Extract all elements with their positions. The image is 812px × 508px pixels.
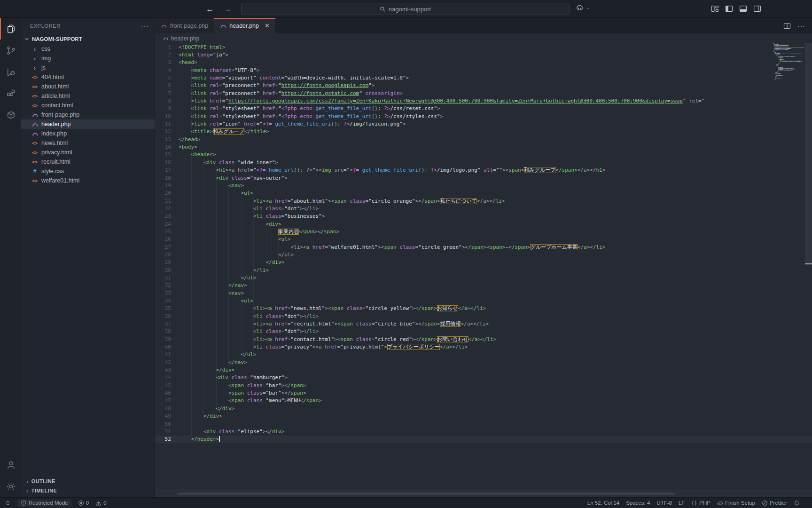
status-restricted-mode[interactable]: Restricted Mode [17,500,71,507]
status-spaces-4[interactable]: Spaces: 4 [626,500,650,506]
code-line-15[interactable]: 15 <header> [155,151,812,159]
toggle-panel-icon[interactable] [739,5,747,13]
status-ln-52-col-14[interactable]: Ln 52, Col 14 [587,500,619,506]
code-line-5[interactable]: 5 <meta name="viewport" content="width=d… [155,74,812,81]
code-line-12[interactable]: 12 <title>和みグループ</title> [155,128,812,135]
code-editor[interactable]: 1<!DOCTYPE html>2<html lang="ja">3<head>… [155,43,812,497]
code-line-29[interactable]: 29 </div> [155,259,812,266]
activity-package[interactable] [0,104,21,126]
code-line-20[interactable]: 20 <ul> [155,190,812,197]
status-utf-8[interactable]: UTF-8 [656,500,672,506]
status-lf[interactable]: LF [679,500,685,506]
code-line-50[interactable]: 50 [155,420,812,428]
editor-more-icon[interactable]: ··· [797,22,805,30]
file-item-js[interactable]: ›js [21,63,155,72]
code-line-37[interactable]: 37 <li><a href="recruit.html"><span clas… [155,320,812,327]
code-line-25[interactable]: 25 事業内容<span></span> [155,228,812,235]
code-line-21[interactable]: 21 <li><a href="about.html"><span class=… [155,197,812,205]
code-line-23[interactable]: 23 <li class="businesses"> [155,213,812,220]
file-item-img[interactable]: ›img [21,54,155,63]
code-line-40[interactable]: 40 <li class="privacy"><a href="privacy.… [155,343,812,350]
split-editor-icon[interactable] [783,22,791,30]
code-line-19[interactable]: 19 <nav> [155,182,812,189]
status-php[interactable]: PHP [691,500,710,506]
code-line-4[interactable]: 4 <meta charset="UTF-8"> [155,66,812,74]
code-line-30[interactable]: 30 </li> [155,266,812,274]
minimap[interactable] [773,43,804,127]
file-item-404.html[interactable]: <>404.html [21,72,155,82]
code-line-42[interactable]: 42 </nav> [155,358,812,366]
code-line-39[interactable]: 39 <li><a href="contact.html"><span clas… [155,335,812,343]
code-line-51[interactable]: 51 <div class="elipse"></div> [155,428,812,435]
file-item-index.php[interactable]: index.php [21,129,155,138]
file-item-welfare01.html[interactable]: <>welfare01.html [21,176,155,185]
forward-arrow-icon[interactable]: → [224,5,232,13]
toggle-secondary-sidebar-icon[interactable] [753,5,761,13]
activity-explorer[interactable] [0,18,21,40]
vertical-scrollbar[interactable] [805,43,812,265]
close-icon[interactable]: ✕ [265,22,270,29]
file-item-contact.html[interactable]: <>contact.html [21,101,155,110]
outline-section[interactable]: › OUTLINE [21,476,155,486]
code-line-9[interactable]: 9 <link rel="stylesheet" href="<?php ech… [155,105,812,112]
timeline-section[interactable]: › TIMELINE [21,486,155,495]
code-line-34[interactable]: 34 <ul> [155,297,812,304]
code-line-52[interactable]: 52 </header> [155,436,812,443]
code-line-45[interactable]: 45 <span class="bar"></span> [155,381,812,389]
file-item-css[interactable]: ›css [21,44,155,54]
code-line-24[interactable]: 24 <div> [155,220,812,228]
code-line-46[interactable]: 46 <span class="bar"></span> [155,389,812,397]
code-line-28[interactable]: 28 </ul> [155,251,812,258]
code-line-27[interactable]: 27 <li><a href="welfare01.html"><span cl… [155,243,812,251]
file-item-privacy.html[interactable]: <>privacy.html [21,148,155,157]
code-line-2[interactable]: 2<html lang="ja"> [155,51,812,58]
code-line-35[interactable]: 35 <li><a href="news.html"><span class="… [155,305,812,312]
code-line-22[interactable]: 22 <li class="dot"></li> [155,205,812,212]
code-line-17[interactable]: 17 <h1><a href="<?= home_url(); ?>"><img… [155,167,812,174]
back-arrow-icon[interactable]: ← [206,5,214,13]
code-line-32[interactable]: 32 </nav> [155,282,812,289]
code-line-6[interactable]: 6 <link rel="preconnect" href="https://f… [155,82,812,89]
horizontal-scrollbar[interactable] [178,492,675,495]
code-line-13[interactable]: 13</head> [155,135,812,143]
status-0[interactable]: 0 [78,500,89,506]
code-line-31[interactable]: 31 </ul> [155,274,812,281]
file-item-front-page.php[interactable]: front-page.php [21,110,155,119]
code-line-47[interactable]: 47 <span class="menu">MENU</span> [155,397,812,405]
code-line-16[interactable]: 16 <div class="wide-inner"> [155,159,812,166]
code-line-7[interactable]: 7 <link rel="preconnect" href="https://f… [155,89,812,97]
activity-settings[interactable] [0,476,21,497]
code-line-8[interactable]: 8 <link href="https://fonts.googleapis.c… [155,97,812,104]
code-line-18[interactable]: 18 <div class="nav-outer"> [155,174,812,182]
toggle-sidebar-icon[interactable] [725,5,733,13]
file-item-header.php[interactable]: header.php [21,119,155,129]
code-line-43[interactable]: 43 </div> [155,366,812,373]
copilot-menu[interactable] [575,4,590,13]
file-item-about.html[interactable]: <>about.html [21,82,155,91]
status-bell-icon[interactable] [794,500,800,506]
activity-source-control[interactable] [0,40,21,61]
code-line-3[interactable]: 3<head> [155,59,812,66]
tab-front-page.php[interactable]: front-page.php [155,18,214,33]
code-line-38[interactable]: 38 <li class="dot"></li> [155,328,812,335]
status-remote-icon[interactable] [5,500,11,506]
tab-header.php[interactable]: header.php✕ [214,18,275,33]
code-line-14[interactable]: 14<body> [155,143,812,151]
file-item-style.css[interactable]: #style.css [21,167,155,176]
code-line-48[interactable]: 48 </div> [155,405,812,412]
code-line-26[interactable]: 26 <ul> [155,236,812,243]
file-item-news.html[interactable]: <>news.html [21,138,155,148]
status-finish-setup[interactable]: Finish Setup [717,500,755,506]
code-line-44[interactable]: 44 <div class="hamburger"> [155,374,812,381]
explorer-more-icon[interactable]: ··· [141,22,149,30]
project-root[interactable]: NAGOMI-SUPPORT [21,34,155,44]
customize-layout-icon[interactable] [711,5,719,13]
status-prettier[interactable]: Prettier [762,500,787,506]
command-center-search[interactable]: nagomi-support [241,3,570,15]
code-line-1[interactable]: 1<!DOCTYPE html> [155,43,812,51]
code-line-33[interactable]: 33 <nav> [155,289,812,297]
file-item-recruit.html[interactable]: <>recruit.html [21,157,155,167]
activity-extensions[interactable] [0,83,21,104]
code-line-41[interactable]: 41 </ul> [155,351,812,358]
code-line-49[interactable]: 49 </div> [155,413,812,420]
